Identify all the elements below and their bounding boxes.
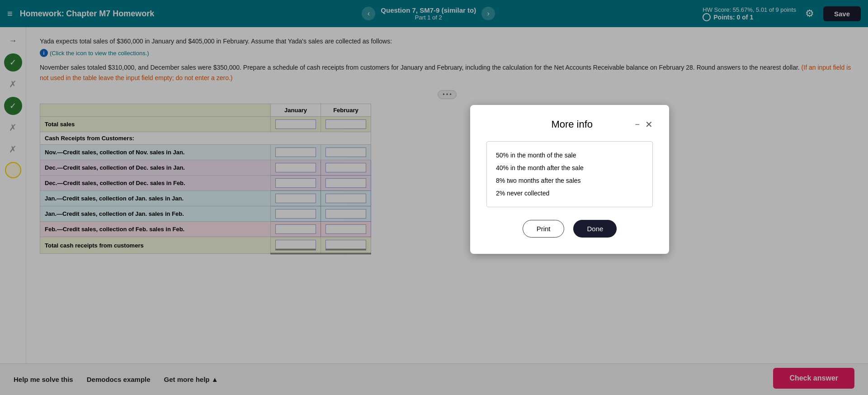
modal-footer: Print Done [486, 220, 653, 238]
more-info-modal: More info − ✕ 50% in the month of the sa… [470, 105, 669, 254]
modal-print-button[interactable]: Print [523, 220, 565, 238]
modal-item-2: 40% in the month after the sale [496, 162, 643, 174]
modal-minimize-button[interactable]: − [635, 120, 640, 129]
modal-controls: − ✕ [635, 119, 653, 130]
modal-close-button[interactable]: ✕ [645, 119, 653, 130]
modal-content-box: 50% in the month of the sale 40% in the … [486, 141, 653, 207]
modal-title: More info [509, 119, 635, 130]
modal-item-3: 8% two months after the sales [496, 174, 643, 187]
modal-done-button[interactable]: Done [573, 220, 617, 238]
modal-item-1: 50% in the month of the sale [496, 149, 643, 162]
modal-item-4: 2% never collected [496, 187, 643, 200]
modal-overlay[interactable]: More info − ✕ 50% in the month of the sa… [0, 0, 868, 395]
modal-header: More info − ✕ [486, 119, 653, 130]
